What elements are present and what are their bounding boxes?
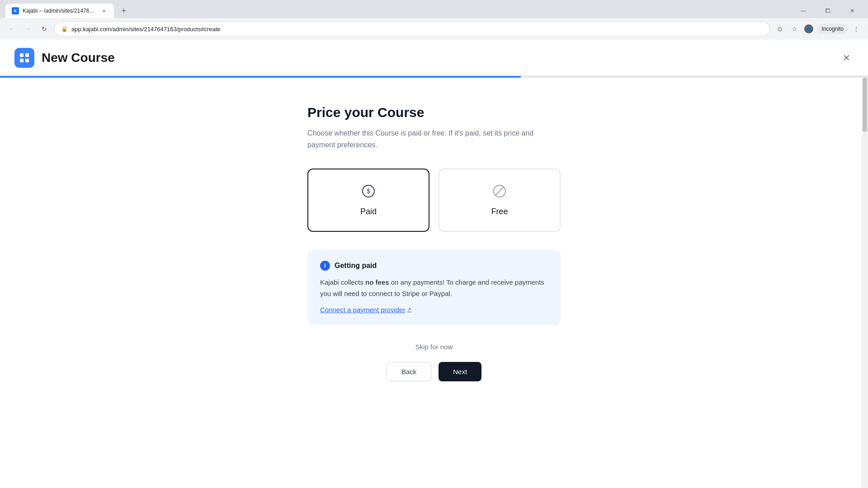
header-left: New Course bbox=[14, 48, 115, 68]
profile-icon[interactable]: 👤 bbox=[802, 23, 815, 35]
address-bar[interactable]: 🔒 app.kajabi.com/admin/sites/2147647163/… bbox=[54, 22, 770, 36]
connect-payment-link-text: Connect a payment provider bbox=[320, 306, 405, 314]
svg-rect-1 bbox=[25, 53, 29, 57]
app-logo bbox=[14, 48, 34, 68]
info-box-header: i Getting paid bbox=[320, 261, 548, 271]
page-heading: Price your Course bbox=[307, 105, 561, 120]
bookmark-icon[interactable]: ☆ bbox=[788, 23, 801, 35]
tab-close-button[interactable]: ✕ bbox=[100, 7, 108, 14]
main-content: Price your Course Choose whether this Co… bbox=[298, 78, 570, 408]
ban-icon bbox=[492, 184, 507, 202]
skip-section: Skip for now bbox=[307, 343, 561, 351]
new-tab-button[interactable]: + bbox=[118, 5, 130, 17]
info-box: i Getting paid Kajabi collects no fees o… bbox=[307, 250, 561, 325]
close-button[interactable]: ✕ bbox=[839, 51, 854, 65]
info-body-bold: no fees bbox=[365, 278, 389, 286]
pricing-options: $ Paid Free bbox=[307, 169, 561, 232]
svg-line-7 bbox=[495, 187, 504, 195]
svg-rect-0 bbox=[20, 53, 24, 57]
tab-favicon: K bbox=[12, 7, 19, 14]
free-option[interactable]: Free bbox=[439, 169, 561, 232]
maximize-button[interactable]: ⧠ bbox=[817, 4, 838, 18]
next-button[interactable]: Next bbox=[439, 362, 481, 381]
cast-icon[interactable]: ⊙ bbox=[774, 23, 786, 35]
back-button[interactable]: ← bbox=[5, 23, 18, 35]
forward-button[interactable]: → bbox=[22, 23, 34, 35]
incognito-label: Incognito bbox=[821, 26, 844, 32]
incognito-avatar: 👤 bbox=[804, 24, 813, 33]
close-window-button[interactable]: ✕ bbox=[842, 4, 863, 18]
dollar-icon: $ bbox=[361, 184, 376, 202]
svg-rect-3 bbox=[25, 59, 29, 62]
bottom-buttons: Back Next bbox=[307, 362, 561, 381]
info-icon: i bbox=[320, 261, 330, 271]
free-label: Free bbox=[491, 207, 508, 216]
page-description: Choose whether this Course is paid or fr… bbox=[307, 127, 561, 150]
svg-text:$: $ bbox=[367, 188, 370, 195]
info-box-title: Getting paid bbox=[335, 262, 377, 270]
paid-label: Paid bbox=[360, 207, 377, 216]
skip-text: Skip for now bbox=[415, 343, 453, 351]
connect-payment-link[interactable]: Connect a payment provider↗ bbox=[320, 306, 411, 314]
external-link-icon: ↗ bbox=[407, 306, 411, 313]
svg-rect-2 bbox=[20, 59, 24, 62]
extensions-icon[interactable]: ⋮ bbox=[850, 23, 863, 35]
back-button[interactable]: Back bbox=[387, 362, 431, 381]
scrollbar-track bbox=[862, 78, 868, 488]
app-container: New Course ✕ Price your Course Choose wh… bbox=[0, 40, 868, 488]
browser-tab[interactable]: K Kajabi – /admin/sites/214764716… ✕ bbox=[5, 4, 114, 18]
tab-title: Kajabi – /admin/sites/214764716… bbox=[23, 8, 97, 14]
security-icon: 🔒 bbox=[61, 26, 68, 32]
info-box-body: Kajabi collects no fees on any payments!… bbox=[320, 277, 548, 300]
reload-button[interactable]: ↻ bbox=[38, 23, 51, 35]
url-text: app.kajabi.com/admin/sites/2147647163/pr… bbox=[71, 26, 763, 33]
minimize-button[interactable]: — bbox=[793, 4, 814, 18]
page-title: New Course bbox=[42, 51, 115, 65]
scrollbar-thumb[interactable] bbox=[863, 78, 867, 132]
info-body-start: Kajabi collects bbox=[320, 278, 365, 286]
app-header: New Course ✕ bbox=[0, 40, 868, 76]
incognito-button[interactable]: Incognito bbox=[817, 24, 848, 34]
paid-option[interactable]: $ Paid bbox=[307, 169, 429, 232]
